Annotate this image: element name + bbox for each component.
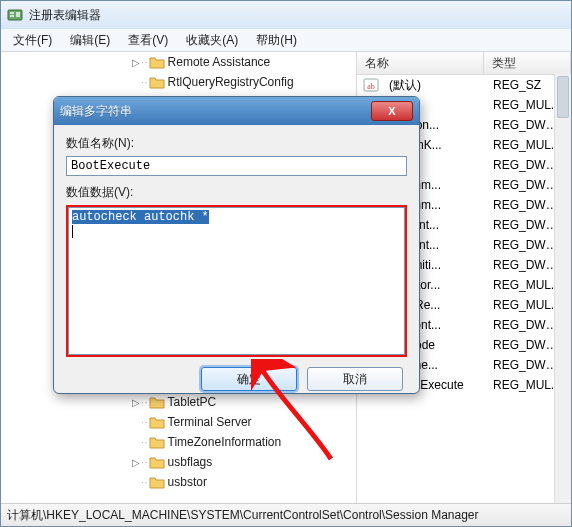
menu-help[interactable]: 帮助(H) [248, 30, 305, 51]
dialog-titlebar[interactable]: 编辑多字符串 X [54, 97, 419, 125]
tree-item-label: Terminal Server [168, 415, 252, 429]
dotted-guide: ·· [141, 437, 149, 448]
folder-icon [149, 415, 165, 429]
value-data-highlight: autocheck autochk * [66, 205, 407, 357]
ok-button[interactable]: 确定 [201, 367, 297, 391]
window-title: 注册表编辑器 [29, 7, 101, 24]
menu-edit[interactable]: 编辑(E) [62, 30, 118, 51]
folder-icon [149, 435, 165, 449]
folder-icon [149, 455, 165, 469]
tree-expand-icon[interactable] [131, 477, 141, 488]
scroll-thumb[interactable] [557, 76, 569, 118]
selected-text: autocheck autochk * [72, 210, 209, 224]
tree-item-label: Remote Assistance [168, 55, 271, 69]
value-name-label: 数值名称(N): [66, 135, 407, 152]
text-caret [72, 225, 73, 238]
list-scrollbar[interactable] [554, 74, 571, 505]
svg-rect-1 [10, 12, 14, 14]
tree-item-label: usbflags [168, 455, 213, 469]
folder-icon [149, 475, 165, 489]
svg-text:ab: ab [367, 82, 375, 91]
menu-file[interactable]: 文件(F) [5, 30, 60, 51]
tree-item[interactable]: ··TimeZoneInformation [1, 432, 356, 452]
tree-item[interactable]: ··usbstor [1, 472, 356, 492]
menu-favorites[interactable]: 收藏夹(A) [178, 30, 246, 51]
dotted-guide: ·· [141, 77, 149, 88]
tree-item[interactable]: ▷··Remote Assistance [1, 52, 356, 72]
list-header[interactable]: 名称 类型 [357, 52, 571, 75]
titlebar[interactable]: 注册表编辑器 [1, 1, 571, 29]
dotted-guide: ·· [141, 477, 149, 488]
dialog-body: 数值名称(N): 数值数据(V): autocheck autochk * 确定… [54, 125, 419, 399]
folder-icon [149, 55, 165, 69]
tree-expand-icon[interactable] [131, 77, 141, 88]
menu-view[interactable]: 查看(V) [120, 30, 176, 51]
col-name[interactable]: 名称 [357, 52, 484, 74]
ok-button-label: 确定 [237, 371, 261, 388]
dotted-guide: ·· [141, 57, 149, 68]
list-row[interactable]: ab(默认)REG_SZ [357, 75, 571, 95]
tree-expand-icon[interactable]: ▷ [131, 457, 141, 468]
status-path: 计算机\HKEY_LOCAL_MACHINE\SYSTEM\CurrentCon… [7, 507, 479, 524]
tree-item-label: TimeZoneInformation [168, 435, 282, 449]
menubar: 文件(F) 编辑(E) 查看(V) 收藏夹(A) 帮助(H) [1, 29, 571, 52]
dotted-guide: ·· [141, 417, 149, 428]
tree-item-label: usbstor [168, 475, 207, 489]
tree-item[interactable]: ··Terminal Server [1, 412, 356, 432]
regedit-icon [7, 7, 23, 23]
regedit-window: 注册表编辑器 文件(F) 编辑(E) 查看(V) 收藏夹(A) 帮助(H) ▷·… [0, 0, 572, 527]
value-name-cell: (默认) [383, 76, 487, 95]
dialog-title: 编辑多字符串 [60, 103, 132, 120]
tree-expand-icon[interactable] [131, 417, 141, 428]
value-data-label: 数值数据(V): [66, 184, 407, 201]
tree-item[interactable]: ▷··usbflags [1, 452, 356, 472]
svg-rect-3 [16, 12, 20, 17]
value-type-icon: ab [363, 77, 379, 93]
dialog-close-button[interactable]: X [371, 101, 413, 121]
value-name-field[interactable] [66, 156, 407, 176]
folder-icon [149, 75, 165, 89]
close-icon: X [388, 105, 395, 117]
value-data-field[interactable]: autocheck autochk * [68, 207, 405, 355]
svg-rect-2 [10, 15, 14, 17]
tree-item[interactable]: ··RtlQueryRegistryConfig [1, 72, 356, 92]
tree-expand-icon[interactable]: ▷ [131, 57, 141, 68]
cancel-button[interactable]: 取消 [307, 367, 403, 391]
cancel-button-label: 取消 [343, 371, 367, 388]
dotted-guide: ·· [141, 457, 149, 468]
dialog-button-row: 确定 取消 [66, 367, 407, 391]
edit-multistring-dialog: 编辑多字符串 X 数值名称(N): 数值数据(V): autocheck aut… [53, 96, 420, 394]
tree-expand-icon[interactable] [131, 437, 141, 448]
tree-item-label: RtlQueryRegistryConfig [168, 75, 294, 89]
statusbar: 计算机\HKEY_LOCAL_MACHINE\SYSTEM\CurrentCon… [1, 503, 571, 526]
col-type[interactable]: 类型 [484, 52, 571, 74]
